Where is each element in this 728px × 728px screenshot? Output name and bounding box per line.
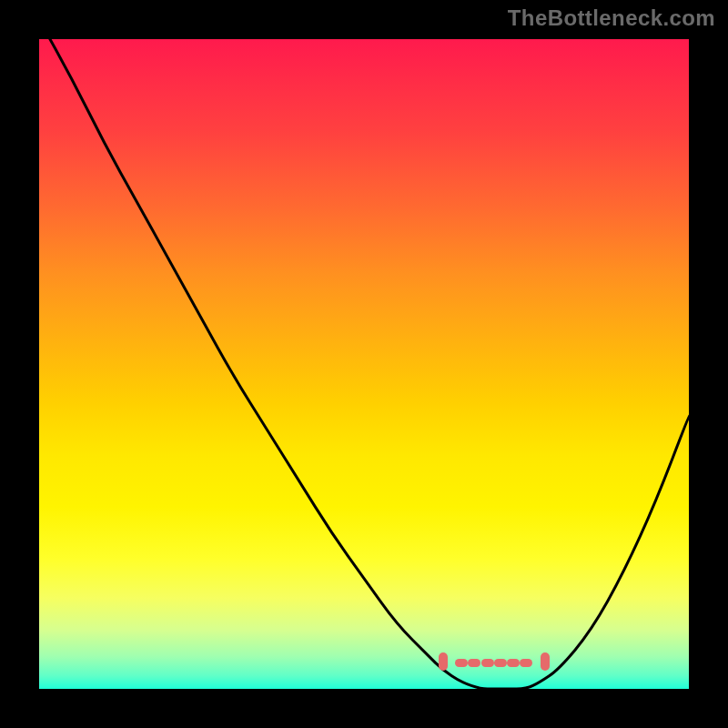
plot-area: [39, 39, 689, 689]
bottleneck-curve: [39, 39, 689, 689]
chart-frame: TheBottleneck.com: [0, 0, 728, 728]
optimal-range-tick-icon: [481, 659, 494, 667]
optimal-range-start-icon: [439, 652, 448, 671]
optimal-range-ticks: [442, 654, 546, 669]
optimal-range-end-icon: [541, 652, 550, 671]
optimal-range-tick-icon: [468, 659, 480, 667]
optimal-range-tick-icon: [520, 659, 532, 667]
optimal-range-tick-icon: [494, 659, 507, 667]
optimal-range-tick-icon: [455, 659, 468, 667]
watermark-text: TheBottleneck.com: [508, 5, 715, 31]
optimal-range-tick-icon: [507, 659, 520, 667]
